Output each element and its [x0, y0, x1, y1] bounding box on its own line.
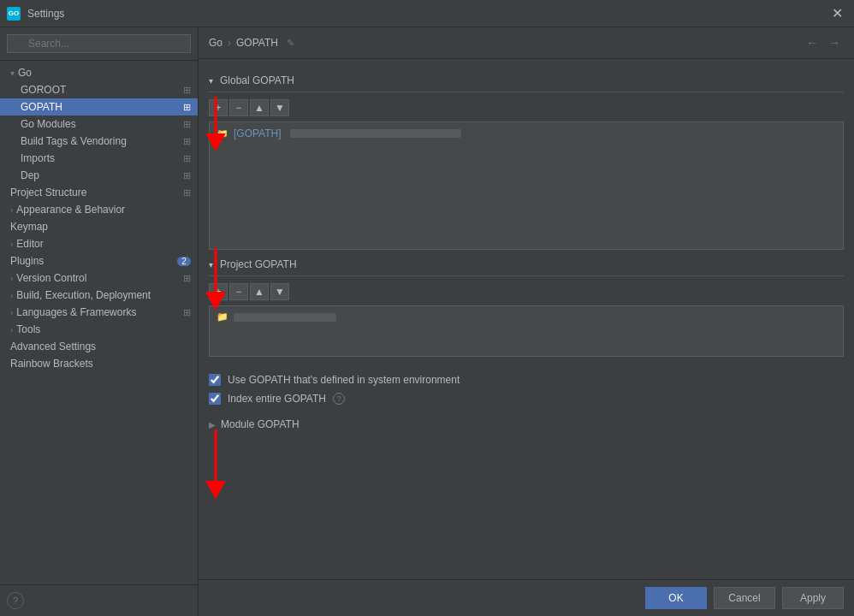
version-control-label: Version Control: [16, 272, 86, 284]
apply-button[interactable]: Apply: [782, 587, 844, 609]
rainbow-brackets-label: Rainbow Brackets: [10, 358, 93, 370]
sidebar-item-goroot[interactable]: GOROOT ⊞: [0, 81, 198, 98]
sidebar-item-advanced-settings[interactable]: Advanced Settings: [0, 338, 198, 355]
sidebar-item-imports[interactable]: Imports ⊞: [0, 150, 198, 167]
global-gopath-list: 📁 [GOPATH]: [209, 121, 844, 250]
sidebar-item-languages-frameworks[interactable]: › Languages & Frameworks ⊞: [0, 304, 198, 321]
go-modules-settings-icon: ⊞: [183, 119, 191, 130]
keymap-label: Keymap: [10, 221, 48, 233]
goroot-settings-icon: ⊞: [183, 85, 191, 96]
languages-settings-icon: ⊞: [183, 307, 191, 318]
project-path-blurred: [234, 313, 336, 322]
global-add-button[interactable]: +: [209, 99, 228, 116]
bottom-bar: OK Cancel Apply: [199, 579, 854, 616]
imports-label: Imports: [21, 152, 55, 164]
gopath-label: GOPATH: [21, 101, 62, 113]
advanced-settings-label: Advanced Settings: [10, 341, 96, 352]
folder-icon: 📁: [216, 128, 228, 139]
go-modules-label: Go Modules: [21, 118, 76, 130]
sidebar-item-plugins[interactable]: Plugins 2: [0, 252, 198, 270]
project-add-button[interactable]: +: [209, 283, 228, 300]
breadcrumb-go[interactable]: Go: [209, 37, 222, 49]
sidebar-tree: ▾ Go GOROOT ⊞ GOPATH ⊞ Go Modules ⊞ Buil…: [0, 61, 198, 584]
use-gopath-env-checkbox[interactable]: [209, 374, 221, 386]
plugins-badge: 2: [177, 257, 191, 266]
sidebar-item-go-modules[interactable]: Go Modules ⊞: [0, 116, 198, 133]
dep-label: Dep: [21, 169, 39, 181]
use-gopath-env-label: Use GOPATH that's defined in system envi…: [228, 374, 460, 386]
project-gopath-section: ▾ Project GOPATH + − ▲ ▼ 📁: [209, 253, 844, 357]
project-gopath-arrow: ▾: [209, 260, 213, 270]
search-wrapper: 🔍: [7, 34, 191, 53]
index-entire-gopath-label: Index entire GOPATH: [228, 393, 326, 405]
sidebar-item-tools[interactable]: › Tools: [0, 321, 198, 338]
module-gopath-collapsed-arrow: ▶: [209, 420, 216, 429]
project-folder-icon: 📁: [216, 311, 228, 323]
index-entire-gopath-checkbox[interactable]: [209, 393, 221, 405]
main-panel: Go › GOPATH ✎ ← → ▾ Global GOPATH: [199, 27, 854, 616]
sidebar-item-build-tags[interactable]: Build Tags & Vendoring ⊞: [0, 133, 198, 150]
title-bar: GO Settings ✕: [0, 0, 854, 27]
global-gopath-header: ▾ Global GOPATH: [209, 69, 844, 92]
appearance-behavior-label: Appearance & Behavior: [16, 204, 125, 216]
project-up-button[interactable]: ▲: [250, 283, 269, 300]
sidebar-item-gopath[interactable]: GOPATH ⊞: [0, 98, 198, 116]
settings-window: GO Settings ✕ 🔍 ▾ Go GOROOT ⊞: [0, 0, 854, 616]
global-gopath-title: Global GOPATH: [220, 74, 294, 86]
project-down-button[interactable]: ▼: [270, 283, 289, 300]
sidebar-item-keymap[interactable]: Keymap: [0, 218, 198, 235]
cancel-button[interactable]: Cancel: [714, 587, 775, 609]
search-input[interactable]: [7, 34, 191, 53]
project-gopath-list: 📁: [209, 305, 844, 357]
sidebar-item-go[interactable]: ▾ Go: [0, 64, 198, 81]
build-tags-label: Build Tags & Vendoring: [21, 135, 127, 147]
sidebar-item-project-structure[interactable]: Project Structure ⊞: [0, 184, 198, 201]
project-path-item: 📁: [213, 310, 839, 324]
path-blurred: [290, 129, 461, 138]
gopath-settings-icon: ⊞: [183, 102, 191, 113]
go-label: Go: [18, 67, 32, 79]
breadcrumb-edit-icon[interactable]: ✎: [287, 38, 294, 49]
project-remove-button[interactable]: −: [229, 283, 248, 300]
breadcrumb-current: GOPATH: [236, 37, 278, 49]
sidebar-item-build-execution[interactable]: › Build, Execution, Deployment: [0, 287, 198, 304]
sidebar-item-version-control[interactable]: › Version Control ⊞: [0, 270, 198, 287]
global-path-item: 📁 [GOPATH]: [213, 126, 839, 141]
build-execution-arrow: ›: [10, 291, 13, 300]
options-section: Use GOPATH that's defined in system envi…: [209, 370, 844, 434]
ok-button[interactable]: OK: [645, 587, 707, 609]
sidebar-item-appearance-behavior[interactable]: › Appearance & Behavior: [0, 201, 198, 218]
help-button[interactable]: ?: [7, 592, 24, 609]
nav-back-button[interactable]: ←: [803, 34, 821, 51]
project-gopath-toolbar: + − ▲ ▼: [209, 283, 844, 300]
breadcrumb-separator: ›: [228, 37, 231, 49]
sidebar: 🔍 ▾ Go GOROOT ⊞ GOPATH ⊞: [0, 27, 199, 616]
use-gopath-env-row: Use GOPATH that's defined in system envi…: [209, 370, 844, 389]
build-tags-settings-icon: ⊞: [183, 136, 191, 147]
sidebar-item-editor[interactable]: › Editor: [0, 235, 198, 252]
global-down-button[interactable]: ▼: [270, 99, 289, 116]
sidebar-item-rainbow-brackets[interactable]: Rainbow Brackets: [0, 355, 198, 372]
project-gopath-header: ▾ Project GOPATH: [209, 253, 844, 276]
project-structure-settings-icon: ⊞: [183, 187, 191, 198]
module-gopath-row: ▶ Module GOPATH: [209, 415, 844, 434]
go-arrow: ▾: [10, 68, 15, 78]
sidebar-footer: ?: [0, 584, 198, 616]
gopath-path-text: [GOPATH]: [234, 127, 282, 139]
window-title: Settings: [27, 8, 827, 20]
nav-arrows: ← →: [803, 34, 844, 51]
goroot-label: GOROOT: [21, 84, 66, 96]
index-entire-gopath-row: Index entire GOPATH ?: [209, 389, 844, 408]
index-help-icon[interactable]: ?: [333, 393, 345, 405]
sidebar-item-dep[interactable]: Dep ⊞: [0, 167, 198, 184]
content-wrapper: ▾ Global GOPATH + − ▲ ▼ 📁 [G: [199, 59, 854, 579]
global-up-button[interactable]: ▲: [250, 99, 269, 116]
global-gopath-section: ▾ Global GOPATH + − ▲ ▼ 📁 [G: [209, 69, 844, 250]
global-remove-button[interactable]: −: [229, 99, 248, 116]
plugins-label: Plugins: [10, 255, 44, 267]
app-icon: GO: [7, 7, 21, 21]
nav-forward-button[interactable]: →: [825, 34, 844, 51]
editor-arrow: ›: [10, 240, 13, 249]
close-button[interactable]: ✕: [827, 3, 847, 24]
tools-arrow: ›: [10, 325, 13, 335]
